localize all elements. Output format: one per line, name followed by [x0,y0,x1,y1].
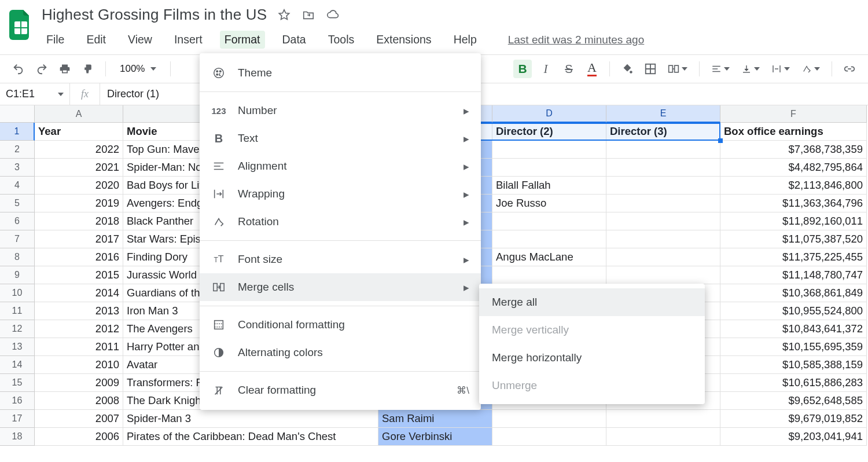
move-folder-icon[interactable] [301,8,315,22]
cell[interactable]: 2014 [35,284,123,302]
col-header-D[interactable]: D [492,105,606,123]
last-edit-link[interactable]: Last edit was 2 minutes ago [508,34,645,46]
cell[interactable]: 2010 [35,356,123,374]
cell[interactable]: 2008 [35,392,123,410]
cell[interactable] [606,159,720,177]
doc-title[interactable]: Highest Grossing Films in the US [42,6,267,24]
halign-button[interactable] [708,60,733,78]
cell[interactable] [606,428,720,446]
row-header[interactable]: 3 [0,159,35,177]
format-menu-rotation[interactable]: Rotation▸ [200,208,481,236]
row-header[interactable]: 18 [0,428,35,446]
row-header[interactable]: 11 [0,302,35,320]
cell[interactable]: 2016 [35,248,123,266]
cell[interactable]: $10,585,388,159 [720,356,867,374]
name-box[interactable]: C1:E1 [0,83,70,105]
row-header[interactable]: 17 [0,410,35,428]
cell[interactable]: $9,203,041,941 [720,428,867,446]
format-menu-clear-formatting[interactable]: Clear formatting⌘\ [200,376,481,404]
zoom-select[interactable]: 100% [114,63,162,75]
sheets-logo[interactable] [8,8,34,42]
cell[interactable]: 2019 [35,195,123,212]
cloud-status-icon[interactable] [326,8,340,22]
paint-format-button[interactable] [79,60,97,78]
cell[interactable]: Angus MacLane [492,248,606,266]
cell[interactable]: Spider-Man 3 [123,410,378,428]
merge-button[interactable] [664,60,691,78]
menu-view[interactable]: View [123,31,157,49]
menu-extensions[interactable]: Extensions [372,31,436,49]
cell[interactable]: $10,155,695,359 [720,338,867,356]
strikethrough-button[interactable]: S [560,60,578,78]
cell[interactable]: 2013 [35,302,123,320]
menu-file[interactable]: File [42,31,69,49]
redo-button[interactable] [32,60,51,78]
cell[interactable] [492,212,606,230]
format-menu-font-size[interactable]: TTFont size▸ [200,245,481,273]
cell[interactable]: 2018 [35,212,123,230]
menu-edit[interactable]: Edit [82,31,111,49]
cell[interactable]: $11,375,225,455 [720,248,867,266]
cell[interactable] [606,177,720,195]
cell[interactable]: 2007 [35,410,123,428]
cell[interactable]: $4,482,795,864 [720,159,867,177]
cell[interactable] [606,248,720,266]
format-menu-alternating-colors[interactable]: Alternating colors [200,339,481,366]
cell[interactable] [606,212,720,230]
cell[interactable]: Director (3) [606,123,720,141]
borders-button[interactable] [641,60,660,78]
cell[interactable]: $10,843,641,372 [720,320,867,338]
row-header[interactable]: 10 [0,284,35,302]
cell[interactable]: $11,148,780,747 [720,266,867,284]
format-menu-wrapping[interactable]: Wrapping▸ [200,180,481,208]
menu-tools[interactable]: Tools [323,31,359,49]
cell[interactable] [492,428,606,446]
print-button[interactable] [56,60,74,78]
cell[interactable]: $10,368,861,849 [720,284,867,302]
valign-button[interactable] [738,60,763,78]
format-menu-number[interactable]: 123Number▸ [200,97,481,124]
cell[interactable]: $2,113,846,800 [720,177,867,195]
col-header-F[interactable]: F [720,105,867,123]
cell[interactable]: 2015 [35,266,123,284]
cell[interactable] [492,230,606,248]
cell[interactable]: $10,615,886,283 [720,374,867,392]
menu-data[interactable]: Data [278,31,311,49]
cell[interactable]: 2022 [35,141,123,159]
format-menu-alignment[interactable]: Alignment▸ [200,152,481,180]
cell[interactable] [606,230,720,248]
undo-button[interactable] [9,60,28,78]
bold-button[interactable]: B [513,60,532,78]
format-menu-theme[interactable]: Theme [200,59,481,87]
cell[interactable] [492,266,606,284]
cell[interactable] [606,266,720,284]
cell[interactable]: 2009 [35,374,123,392]
select-all-corner[interactable] [0,105,35,123]
row-header[interactable]: 12 [0,320,35,338]
cell[interactable]: Sam Raimi [378,410,492,428]
cell[interactable]: $9,679,019,852 [720,410,867,428]
row-header[interactable]: 5 [0,195,35,212]
wrap-button[interactable] [768,60,793,78]
cell[interactable]: Year [35,123,123,141]
col-header-E[interactable]: E [606,105,720,123]
cell[interactable] [492,141,606,159]
cell[interactable] [606,195,720,212]
merge-merge-all[interactable]: Merge all [479,288,705,316]
cell[interactable]: $11,075,387,520 [720,230,867,248]
text-color-button[interactable]: A [583,60,601,78]
cell[interactable]: 2011 [35,338,123,356]
format-menu-conditional-formatting[interactable]: Conditional formatting [200,311,481,339]
cell[interactable]: 2021 [35,159,123,177]
menu-insert[interactable]: Insert [170,31,207,49]
cell[interactable]: Bilall Fallah [492,177,606,195]
cell[interactable]: 2012 [35,320,123,338]
cell[interactable] [492,410,606,428]
fill-color-button[interactable] [618,60,637,78]
col-header-A[interactable]: A [35,105,123,123]
row-header[interactable]: 16 [0,392,35,410]
row-header[interactable]: 8 [0,248,35,266]
cell[interactable]: $9,652,648,585 [720,392,867,410]
row-header[interactable]: 15 [0,374,35,392]
format-menu-merge-cells[interactable]: Merge cells▸ [200,273,481,301]
